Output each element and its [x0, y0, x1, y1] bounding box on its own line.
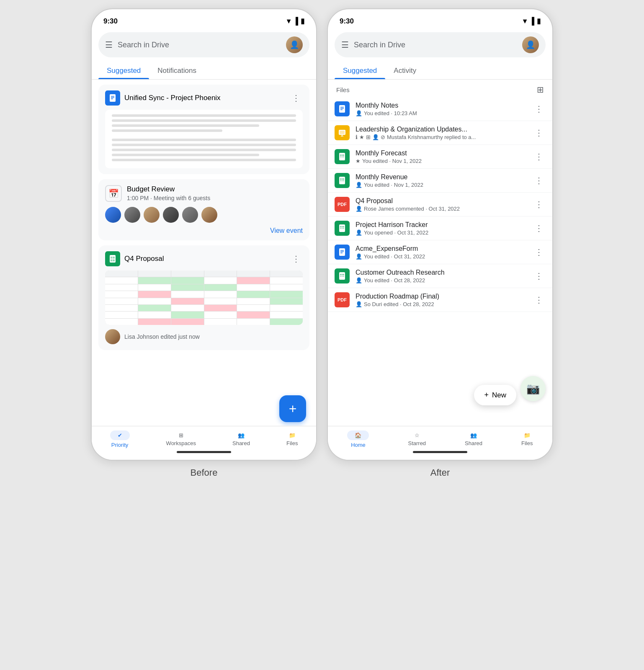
- nav-shared-label-before: Shared: [232, 440, 250, 446]
- monthly-notes-menu[interactable]: ⋮: [532, 103, 546, 115]
- person-icon-8: 👤: [355, 301, 362, 307]
- home-nav-bg: 🏠: [347, 430, 369, 440]
- before-search-bar[interactable]: ☰ Search in Drive 👤: [98, 32, 309, 57]
- roadmap-menu[interactable]: ⋮: [532, 294, 546, 306]
- revenue-sheets-icon: [335, 173, 350, 188]
- editor-text: Lisa Johnson edited just now: [124, 333, 200, 340]
- q4-meta: 👤 Rose James commented · Oct 31, 2022: [355, 206, 526, 212]
- forecast-menu[interactable]: ⋮: [532, 151, 546, 162]
- after-content: Monthly Notes 👤 You edited · 10:23 AM ⋮: [328, 97, 552, 460]
- roadmap-pdf-icon: PDF: [335, 292, 350, 307]
- svg-rect-16: [340, 131, 345, 134]
- svg-rect-23: [342, 156, 344, 157]
- after-wifi-icon: ▾: [523, 17, 527, 26]
- nav-home[interactable]: 🏠 Home: [347, 430, 369, 448]
- starred-icon: ☆: [415, 432, 420, 438]
- revenue-menu[interactable]: ⋮: [532, 175, 546, 186]
- q4-menu[interactable]: ⋮: [532, 198, 546, 210]
- roadmap-info: Production Roadmap (Final) 👤 So Duri edi…: [355, 293, 526, 307]
- tab-activity[interactable]: Activity: [385, 62, 425, 79]
- nav-starred-label: Starred: [408, 440, 426, 446]
- file-customer-outreach[interactable]: Customer Outreach Research 👤 You edited …: [328, 264, 552, 288]
- svg-rect-30: [340, 226, 342, 227]
- revenue-name: Monthly Revenue: [355, 173, 526, 181]
- svg-rect-26: [342, 178, 344, 180]
- nav-shared-after[interactable]: 👥 Shared: [465, 432, 482, 446]
- workspaces-icon: ⊞: [179, 432, 183, 438]
- file-monthly-notes[interactable]: Monthly Notes 👤 You edited · 10:23 AM ⋮: [328, 97, 552, 121]
- wifi-icon: ▾: [287, 17, 291, 26]
- nav-workspaces[interactable]: ⊞ Workspaces: [166, 432, 196, 446]
- q4-name: Q4 Proposal: [355, 197, 526, 205]
- tab-suggested-after[interactable]: Suggested: [335, 62, 385, 79]
- svg-rect-33: [342, 228, 344, 229]
- svg-rect-20: [340, 155, 342, 156]
- nav-files-after[interactable]: 📁 Files: [521, 432, 533, 446]
- after-search-bar[interactable]: ☰ Search in Drive 👤: [335, 32, 546, 57]
- file-monthly-forecast[interactable]: Monthly Forecast ★ You edited · Nov 1, 2…: [328, 145, 552, 169]
- after-signal-icon: ▐: [529, 17, 534, 26]
- nav-files-label-after: Files: [521, 440, 533, 446]
- before-bottom-nav: ✔ Priority ⊞ Workspaces 👥 Shared 📁 Files: [92, 426, 316, 460]
- svg-rect-27: [340, 180, 342, 181]
- editor-avatar: [105, 329, 120, 344]
- attendee-4: [163, 207, 179, 223]
- sheets-card-header: Q4 Proposal ⋮: [105, 251, 303, 266]
- new-button[interactable]: + New: [474, 385, 516, 405]
- forecast-name: Monthly Forecast: [355, 149, 526, 157]
- outreach-menu[interactable]: ⋮: [532, 270, 546, 282]
- doc-card-menu[interactable]: ⋮: [289, 92, 303, 104]
- tab-suggested-before[interactable]: Suggested: [98, 62, 149, 79]
- file-q4-proposal[interactable]: PDF Q4 Proposal 👤 Rose James commented ·…: [328, 193, 552, 216]
- roadmap-meta: 👤 So Duri edited · Oct 28, 2022: [355, 301, 526, 307]
- svg-rect-22: [340, 156, 342, 157]
- after-bottom-nav: 🏠 Home ☆ Starred 👥 Shared 📁 Files: [328, 426, 552, 460]
- roadmap-name: Production Roadmap (Final): [355, 293, 526, 300]
- nav-priority-bg: ✔: [110, 430, 130, 440]
- leadership-meta: ℹ ★ ⊞ 👤 ⊘ Mustafa Krishnamurthy replied …: [355, 134, 526, 140]
- svg-rect-0: [110, 94, 116, 102]
- attendee-6: [201, 207, 217, 223]
- person-icon-3: 👤: [355, 182, 362, 188]
- before-avatar-img: 👤: [286, 36, 303, 53]
- camera-icon: 📷: [526, 382, 540, 395]
- before-avatar[interactable]: 👤: [286, 36, 303, 53]
- acme-menu[interactable]: ⋮: [532, 246, 546, 258]
- svg-rect-42: [342, 276, 344, 277]
- q4-pdf-icon: PDF: [335, 197, 350, 212]
- file-acme-expense[interactable]: Acme_ExpenseForm 👤 You edited · Oct 31, …: [328, 240, 552, 264]
- nav-home-label: Home: [351, 442, 366, 448]
- camera-fab[interactable]: 📷: [520, 376, 546, 401]
- files-icon-before: 📁: [289, 432, 296, 438]
- file-monthly-revenue[interactable]: Monthly Revenue 👤 You edited · Nov 1, 20…: [328, 169, 552, 193]
- after-status-icons: ▾ ▐ ▮: [523, 17, 541, 26]
- file-harrison-tracker[interactable]: Project Harrison Tracker 👤 You opened · …: [328, 216, 552, 240]
- before-phone-wrapper: 9:30 ▾ ▐ ▮ ☰ Search in Drive 👤 Suggested…: [91, 8, 317, 478]
- hamburger-icon[interactable]: ☰: [105, 40, 113, 50]
- leadership-menu[interactable]: ⋮: [532, 127, 546, 139]
- nav-shared-before[interactable]: 👥 Shared: [232, 432, 250, 446]
- nav-starred[interactable]: ☆ Starred: [408, 432, 426, 446]
- calendar-inner: 📅 Budget Review 1:00 PM · Meeting with 6…: [105, 185, 303, 202]
- grid-view-icon[interactable]: ⊞: [537, 85, 544, 95]
- harrison-menu[interactable]: ⋮: [532, 222, 546, 234]
- add-fab[interactable]: +: [279, 395, 306, 422]
- after-avatar[interactable]: 👤: [522, 36, 539, 53]
- calendar-icon: 📅: [105, 185, 122, 202]
- file-leadership[interactable]: Leadership & Organization Updates... ℹ ★…: [328, 121, 552, 145]
- nav-files-before[interactable]: 📁 Files: [286, 432, 298, 446]
- svg-rect-9: [111, 260, 112, 261]
- before-label: Before: [191, 467, 218, 478]
- after-hamburger-icon[interactable]: ☰: [341, 40, 349, 50]
- nav-priority[interactable]: ✔ Priority: [110, 430, 130, 448]
- attendee-3: [144, 207, 160, 223]
- before-status-bar: 9:30 ▾ ▐ ▮: [92, 9, 316, 29]
- sheets-card-menu[interactable]: ⋮: [289, 253, 303, 265]
- before-tabs: Suggested Notifications: [92, 62, 316, 80]
- tab-notifications[interactable]: Notifications: [149, 62, 205, 79]
- doc-card-title: Unified Sync - Project Phoenix: [124, 94, 285, 102]
- editor-row: Lisa Johnson edited just now: [105, 329, 303, 344]
- q4-info: Q4 Proposal 👤 Rose James commented · Oct…: [355, 197, 526, 212]
- view-event-link[interactable]: View event: [105, 227, 303, 234]
- file-production-roadmap[interactable]: PDF Production Roadmap (Final) 👤 So Duri…: [328, 288, 552, 312]
